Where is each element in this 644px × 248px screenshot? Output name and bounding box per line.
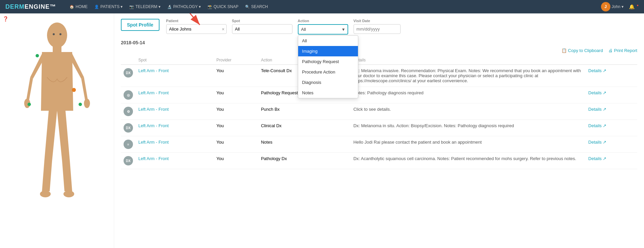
action-select[interactable]: All Imaging Pathology Request Procedure … <box>298 24 348 35</box>
body-dot-right-elbow[interactable] <box>79 103 82 106</box>
print-label: Print Report <box>614 48 637 53</box>
content-panel: Spot Profile Patient <box>114 13 644 248</box>
row-provider-cell: You <box>214 65 258 87</box>
row-type-icon: ⚙ <box>124 107 133 116</box>
date-section: 2018-05-14 <box>121 40 637 45</box>
spot-link[interactable]: Left Arm - Front <box>138 123 169 128</box>
col-spot: Spot <box>136 56 214 65</box>
patient-clear-icon[interactable]: × <box>222 27 224 32</box>
patient-input-wrap: × <box>166 24 227 34</box>
spot-input[interactable] <box>232 24 292 34</box>
visit-date-input[interactable] <box>354 24 401 34</box>
spot-link[interactable]: Left Arm - Front <box>138 107 169 112</box>
row-type-icon: ◎ <box>124 90 133 100</box>
nav-patients-label: PATIENTS ▾ <box>100 4 123 9</box>
details-link[interactable]: Details ↗ <box>588 156 606 161</box>
table-row: DX Left Arm - Front You Clinical Dx Dx: … <box>121 120 637 136</box>
nav-patients[interactable]: 👤 PATIENTS ▾ <box>94 4 123 9</box>
row-spot-cell: Left Arm - Front <box>136 87 214 103</box>
help-icon[interactable]: ❓ <box>3 16 8 21</box>
nav-pathology[interactable]: 🔬 PATHOLOGY ▾ <box>167 4 201 9</box>
navbar: DERMENGINE™ 🏠 HOME 👤 PATIENTS ▾ 📷 TELEDE… <box>0 0 644 13</box>
copy-to-clipboard-button[interactable]: 📋 Copy to Clipboard <box>561 48 603 53</box>
row-icon-cell: DX <box>121 153 136 169</box>
nav-telederm[interactable]: 📷 TELEDERM ▾ <box>129 4 160 9</box>
details-link[interactable]: Details ↗ <box>588 107 606 112</box>
row-action-cell: Notes <box>258 136 351 153</box>
row-details-link-cell: Details ↗ <box>586 120 637 136</box>
table-header: Spot Provider Action Details <box>121 56 637 65</box>
table-row: DX Left Arm - Front You Pathology Dx Dx:… <box>121 153 637 169</box>
row-type-icon: DX <box>124 156 133 165</box>
col-icon <box>121 56 136 65</box>
body-dot-right-arm[interactable] <box>72 88 76 92</box>
table-row: ≡ Left Arm - Front You Notes Hello Jodi … <box>121 136 637 153</box>
spot-link[interactable]: Left Arm - Front <box>138 156 169 161</box>
details-link[interactable]: Details ↗ <box>588 68 606 73</box>
row-details-cell: Dx: Acantholytic squamous cell carcinoma… <box>351 153 586 169</box>
patients-icon: 👤 <box>94 5 99 9</box>
action-select-wrap: All Imaging Pathology Request Procedure … <box>298 24 348 35</box>
dropdown-option-notes[interactable]: Notes <box>298 88 358 98</box>
row-spot-cell: Left Arm - Front <box>136 103 214 120</box>
dropdown-option-pathology-request[interactable]: Pathology Request <box>298 56 358 67</box>
brand-prefix: DERM <box>5 3 25 10</box>
nav-quicksnap[interactable]: 📸 QUICK SNAP <box>208 4 238 9</box>
col-provider: Provider <box>214 56 258 65</box>
row-provider-cell: You <box>214 103 258 120</box>
nav-user[interactable]: J John ▾ <box>601 2 624 11</box>
row-icon-cell: ◎ <box>121 87 136 103</box>
row-details-link-cell: Details ↗ <box>586 153 637 169</box>
print-report-button[interactable]: 🖨 Print Report <box>608 48 637 53</box>
body-dot-left-shoulder[interactable] <box>36 54 39 57</box>
nav-home[interactable]: 🏠 HOME <box>70 4 88 9</box>
details-link[interactable]: Details ↗ <box>588 123 606 128</box>
nav-home-label: HOME <box>76 4 88 9</box>
row-icon-cell: DX <box>121 120 136 136</box>
action-dropdown: All Imaging Pathology Request Procedure … <box>298 35 358 98</box>
date-heading: 2018-05-14 <box>121 40 637 45</box>
brand-suffix: ENGINE™ <box>25 3 56 10</box>
row-icon-cell: ≡ <box>121 136 136 153</box>
details-link[interactable]: Details ↗ <box>588 140 606 145</box>
clipboard-icon: 📋 <box>561 48 567 53</box>
table-row: DX Left Arm - Front You Tele-Consult Dx … <box>121 65 637 87</box>
row-spot-cell: Left Arm - Front <box>136 153 214 169</box>
details-link[interactable]: Details ↗ <box>588 90 606 95</box>
svg-point-6 <box>53 33 55 35</box>
action-filter-label: Action <box>298 19 348 23</box>
svg-point-5 <box>63 191 74 197</box>
row-details-link-cell: Details ↗ <box>586 87 637 103</box>
copy-label: Copy to Clipboard <box>568 48 603 53</box>
pathology-icon: 🔬 <box>167 5 172 9</box>
nav-search[interactable]: 🔍 SEARCH <box>245 4 268 9</box>
spot-link[interactable]: Left Arm - Front <box>138 140 169 145</box>
row-spot-cell: Left Arm - Front <box>136 136 214 153</box>
spot-profile-button[interactable]: Spot Profile <box>121 19 159 31</box>
row-details-link-cell: Details ↗ <box>586 103 637 120</box>
dropdown-option-diagnosis[interactable]: Diagnosis <box>298 77 358 88</box>
notification-dot: ● <box>637 3 639 7</box>
dropdown-option-procedure-action[interactable]: Procedure Action <box>298 67 358 77</box>
col-details-header: Details <box>351 56 586 65</box>
spot-link[interactable]: Left Arm - Front <box>138 90 169 95</box>
body-dot-left-elbow[interactable] <box>28 103 31 106</box>
dropdown-option-all[interactable]: All <box>298 36 358 46</box>
row-icon-cell: ⚙ <box>121 103 136 120</box>
dropdown-option-imaging[interactable]: Imaging <box>298 46 358 56</box>
patient-input[interactable] <box>166 24 227 34</box>
table-row: ◎ Left Arm - Front You Pathology Request… <box>121 87 637 103</box>
nav-right-section: J John ▾ 🔔 ● <box>601 2 639 11</box>
quicksnap-icon: 📸 <box>208 5 212 9</box>
table-row: ⚙ Left Arm - Front You Punch Bx Click to… <box>121 103 637 120</box>
page-body: ❓ <box>0 13 644 248</box>
top-controls: Spot Profile Patient <box>121 19 637 35</box>
row-details-cell: Dx: Melanoma invasive. Recommendation: P… <box>351 65 586 87</box>
row-action-cell: Pathology Dx <box>258 153 351 169</box>
row-action-cell: Punch Bx <box>258 103 351 120</box>
body-svg <box>24 20 91 208</box>
notification-bell-icon[interactable]: 🔔 <box>629 4 635 9</box>
patient-filter-group: Patient <box>166 19 227 34</box>
spot-link[interactable]: Left Arm - Front <box>138 68 169 73</box>
row-details-link-cell: Details ↗ <box>586 136 637 153</box>
